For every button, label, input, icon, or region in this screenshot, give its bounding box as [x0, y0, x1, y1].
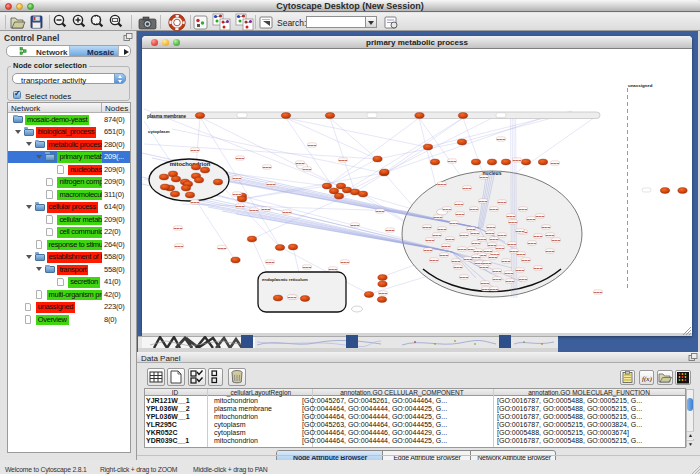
svg-text:▬▬▬: ▬▬▬: [438, 183, 447, 186]
svg-text:▬▬▬: ▬▬▬: [490, 288, 499, 291]
svg-text:▬▬▬: ▬▬▬: [303, 266, 312, 269]
svg-text:▬▬▬: ▬▬▬: [233, 177, 242, 180]
svg-text:▬▬▬: ▬▬▬: [480, 176, 489, 179]
svg-text:▬▬▬: ▬▬▬: [498, 234, 507, 237]
svg-text:▬▬▬: ▬▬▬: [484, 250, 493, 253]
svg-text:▬▬▬: ▬▬▬: [174, 227, 183, 230]
svg-text:▬▬▬: ▬▬▬: [474, 250, 483, 253]
svg-text:▬▬▬: ▬▬▬: [471, 232, 480, 235]
svg-text:endoplasmic reticulum: endoplasmic reticulum: [262, 277, 308, 282]
svg-text:▬▬▬: ▬▬▬: [497, 138, 506, 141]
svg-text:▬▬▬: ▬▬▬: [329, 268, 338, 271]
svg-text:▬▬▬: ▬▬▬: [486, 232, 495, 235]
svg-text:▬▬▬: ▬▬▬: [303, 168, 312, 171]
svg-text:▬▬▬: ▬▬▬: [341, 261, 350, 264]
svg-text:▬▬▬: ▬▬▬: [233, 193, 242, 196]
svg-text:▬▬▬: ▬▬▬: [443, 208, 452, 211]
svg-text:▬▬▬: ▬▬▬: [430, 259, 439, 262]
svg-text:mitochondrion: mitochondrion: [170, 161, 211, 167]
svg-text:▬▬▬: ▬▬▬: [339, 159, 348, 162]
svg-text:▬▬▬: ▬▬▬: [236, 205, 245, 208]
svg-text:▬▬▬: ▬▬▬: [470, 208, 479, 211]
svg-text:▬▬▬: ▬▬▬: [351, 224, 360, 227]
svg-text:▬▬▬: ▬▬▬: [542, 226, 551, 229]
svg-text:▬▬▬: ▬▬▬: [455, 203, 464, 206]
svg-text:▬▬▬: ▬▬▬: [519, 278, 528, 281]
svg-text:▬▬▬: ▬▬▬: [463, 187, 472, 190]
svg-text:▬▬▬: ▬▬▬: [191, 149, 200, 152]
svg-text:▬▬▬: ▬▬▬: [308, 144, 317, 147]
svg-text:▬▬▬: ▬▬▬: [456, 213, 465, 216]
svg-text:▬▬▬: ▬▬▬: [594, 291, 603, 294]
svg-text:▬▬▬: ▬▬▬: [450, 222, 459, 225]
svg-text:▬▬▬: ▬▬▬: [424, 249, 433, 252]
svg-text:▬▬▬: ▬▬▬: [175, 245, 184, 248]
svg-text:cytoplasm: cytoplasm: [148, 129, 170, 134]
svg-text:▬▬▬: ▬▬▬: [493, 278, 502, 281]
svg-text:▬▬▬: ▬▬▬: [379, 292, 388, 295]
svg-text:unassigned: unassigned: [628, 83, 653, 88]
svg-text:▬▬▬: ▬▬▬: [546, 234, 555, 237]
svg-text:▬▬▬: ▬▬▬: [452, 260, 461, 263]
svg-text:▬▬▬: ▬▬▬: [472, 256, 481, 259]
svg-text:▬▬▬: ▬▬▬: [288, 296, 297, 299]
svg-text:▬▬▬: ▬▬▬: [263, 166, 272, 169]
svg-text:▬▬▬: ▬▬▬: [472, 242, 481, 245]
svg-text:▬▬▬: ▬▬▬: [502, 260, 511, 263]
svg-text:▬▬▬: ▬▬▬: [516, 230, 525, 233]
svg-text:▬▬▬: ▬▬▬: [460, 234, 469, 237]
svg-text:▬▬▬: ▬▬▬: [519, 208, 528, 211]
svg-text:▬▬▬: ▬▬▬: [423, 226, 432, 229]
svg-text:▬▬▬: ▬▬▬: [262, 208, 271, 211]
svg-text:▬▬▬: ▬▬▬: [490, 208, 499, 211]
svg-text:▬▬▬: ▬▬▬: [426, 239, 435, 242]
svg-text:▬▬▬: ▬▬▬: [460, 276, 469, 279]
svg-text:▬▬▬: ▬▬▬: [498, 201, 507, 204]
svg-text:▬▬▬: ▬▬▬: [218, 247, 227, 250]
svg-text:▬▬▬: ▬▬▬: [433, 234, 442, 237]
svg-text:▬▬▬: ▬▬▬: [513, 159, 522, 162]
svg-text:▬▬▬: ▬▬▬: [522, 259, 531, 262]
svg-text:▬▬▬: ▬▬▬: [490, 238, 499, 241]
svg-text:▬▬▬: ▬▬▬: [534, 235, 543, 238]
svg-text:▬▬▬: ▬▬▬: [236, 157, 245, 160]
svg-text:f(x): f(x): [642, 375, 652, 383]
svg-text:▬▬▬: ▬▬▬: [551, 162, 560, 165]
svg-text:▬▬▬: ▬▬▬: [283, 211, 292, 214]
svg-text:▬▬▬: ▬▬▬: [267, 183, 276, 186]
svg-text:▬▬▬: ▬▬▬: [480, 266, 489, 269]
svg-text:▬▬▬: ▬▬▬: [493, 270, 502, 273]
svg-text:▬▬▬: ▬▬▬: [454, 266, 463, 269]
svg-text:▬▬▬: ▬▬▬: [250, 209, 259, 212]
svg-text:plasma membrane: plasma membrane: [147, 114, 186, 119]
svg-text:▬▬▬: ▬▬▬: [376, 210, 385, 213]
svg-text:▬▬▬: ▬▬▬: [296, 162, 305, 165]
svg-text:▬▬▬: ▬▬▬: [505, 272, 514, 275]
svg-text:▬▬▬: ▬▬▬: [534, 267, 543, 270]
svg-text:▬▬▬: ▬▬▬: [516, 269, 525, 272]
svg-text:▬▬▬: ▬▬▬: [458, 248, 467, 251]
svg-text:▬▬▬: ▬▬▬: [479, 200, 488, 203]
svg-text:▬▬▬: ▬▬▬: [528, 242, 537, 245]
svg-text:▬▬▬: ▬▬▬: [506, 280, 515, 283]
svg-text:▬▬▬: ▬▬▬: [546, 250, 555, 253]
svg-text:▬▬▬: ▬▬▬: [483, 262, 492, 265]
svg-text:▬▬▬: ▬▬▬: [487, 226, 496, 229]
svg-text:▬▬▬: ▬▬▬: [448, 160, 457, 163]
svg-text:▬▬▬: ▬▬▬: [508, 243, 517, 246]
svg-text:▬▬▬: ▬▬▬: [509, 221, 518, 224]
svg-text:▬▬▬: ▬▬▬: [536, 215, 545, 218]
svg-text:▬▬▬: ▬▬▬: [552, 239, 561, 242]
svg-text:▬▬▬: ▬▬▬: [434, 216, 443, 219]
svg-text:▬▬▬: ▬▬▬: [266, 261, 275, 264]
svg-text:▬▬▬: ▬▬▬: [442, 245, 451, 248]
svg-text:▬▬▬: ▬▬▬: [507, 215, 516, 218]
svg-text:▬▬▬: ▬▬▬: [440, 254, 449, 257]
svg-text:▬▬▬: ▬▬▬: [527, 218, 536, 221]
svg-text:▬▬▬: ▬▬▬: [496, 247, 505, 250]
svg-text:▬▬▬: ▬▬▬: [489, 256, 498, 259]
svg-text:▬▬▬: ▬▬▬: [191, 201, 200, 204]
svg-text:▬▬▬: ▬▬▬: [481, 282, 490, 285]
svg-text:▬▬▬: ▬▬▬: [478, 238, 487, 241]
svg-text:▬▬▬: ▬▬▬: [438, 228, 447, 231]
